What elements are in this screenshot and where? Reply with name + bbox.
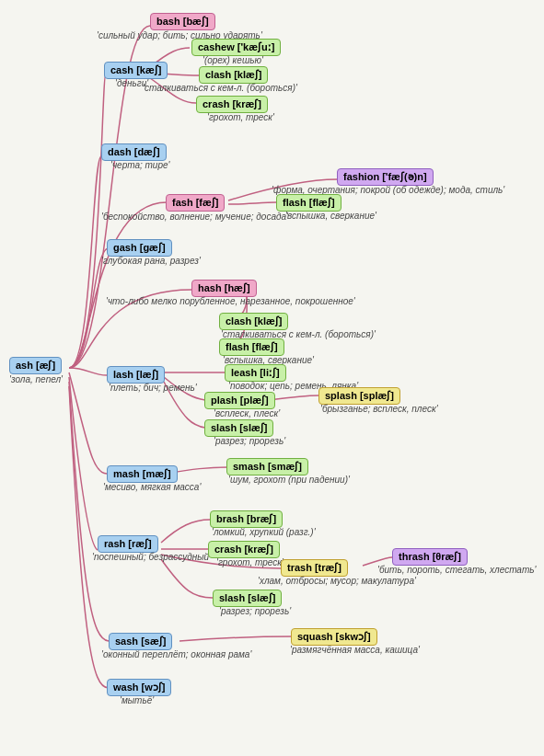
node-lash[interactable]: lash [læʃ] (107, 366, 165, 384)
def-cashew: '(орех) кешью' (203, 55, 263, 65)
node-thrash[interactable]: thrash [θræʃ] (392, 548, 468, 566)
node-mash[interactable]: mash [mæʃ] (107, 465, 178, 483)
def-smash: 'шум, грохот (при падении)' (228, 475, 350, 485)
sidebar-label: английскиеслова.рф (2, 717, 10, 756)
diagram-container: ash [æʃ] 'зола, пепел' bash [bæʃ] 'сильн… (0, 0, 544, 756)
node-squash[interactable]: squash [skwɔʃ] (291, 628, 377, 646)
node-dash[interactable]: dash [dæʃ] (101, 143, 167, 161)
node-clash2[interactable]: clash [klæʃ] (219, 313, 288, 330)
def-fash: 'беспокойство, волнение; мучение; досада… (101, 212, 288, 222)
node-slash2[interactable]: slash [slæʃ] (213, 590, 282, 607)
def-slash: 'разрез; прорезь' (214, 436, 285, 446)
node-cashew[interactable]: cashew ['kæʃuː] (191, 39, 281, 56)
node-sash[interactable]: sash [sæʃ] (109, 633, 172, 650)
node-fashion[interactable]: fashion ['fæʃ(ə)n] (337, 168, 434, 186)
node-wash[interactable]: wash [wɔʃ] (107, 679, 171, 696)
node-smash[interactable]: smash [smæʃ] (226, 458, 308, 475)
node-gash[interactable]: gash [gæʃ] (107, 239, 172, 257)
def-dash: 'черта; тире' (110, 160, 169, 170)
node-flash1[interactable]: flash [flæʃ] (276, 194, 341, 212)
def-lash: 'плеть; бич; ремень' (109, 383, 197, 393)
def-slash2: 'разрез; прорезь' (219, 606, 291, 616)
def-mash: 'месиво, мягкая масса' (103, 482, 201, 492)
def-sash: 'оконный переплёт; оконная рама' (101, 649, 251, 659)
node-ash[interactable]: ash [æʃ] (9, 357, 62, 374)
node-slash[interactable]: slash [slæʃ] (204, 419, 273, 437)
def-crash2: 'грохот, треск' (216, 557, 284, 567)
def-trash: 'хлам, отбросы; мусор; макулатура' (258, 576, 416, 586)
def-gash: 'глубокая рана, разрез' (101, 256, 201, 266)
def-hash: 'что-либо мелко порубленное, нарезанное,… (106, 296, 355, 306)
node-flash2[interactable]: flash [flæʃ] (219, 338, 284, 356)
node-crash1[interactable]: crash [kræʃ] (196, 96, 268, 113)
node-plash[interactable]: plash [plæʃ] (204, 392, 275, 409)
def-rash: 'поспешный; безрассудный' (92, 552, 211, 562)
node-rash[interactable]: rash [ræʃ] (98, 535, 158, 553)
node-leash[interactable]: leash [liːʃ] (225, 364, 286, 382)
def-brash: 'ломкий, хрупкий (разг.)' (212, 527, 316, 537)
def-flash1: 'вспышка, сверкание' (285, 211, 376, 221)
node-splash[interactable]: splash [splæʃ] (318, 387, 400, 405)
node-fash[interactable]: fash [fæʃ] (166, 194, 225, 212)
def-crash1: 'грохот, треск' (207, 112, 274, 122)
def-ash: 'зола, пепел' (9, 374, 63, 384)
node-clash1[interactable]: clash [klæʃ] (199, 66, 268, 84)
def-wash: 'мытьё' (120, 695, 154, 705)
node-trash[interactable]: trash [træʃ] (281, 559, 348, 577)
node-bash[interactable]: bash [bæʃ] (150, 13, 215, 30)
node-hash[interactable]: hash [hæʃ] (191, 280, 257, 297)
def-thrash: 'бить, пороть, стегать, хлестать' (377, 565, 536, 575)
node-brash[interactable]: brash [bræʃ] (210, 510, 283, 528)
def-squash: 'размягчённая масса, кашица' (290, 645, 420, 655)
def-splash: 'брызганье; всплеск, плеск' (320, 404, 438, 414)
node-crash2[interactable]: crash [kræʃ] (208, 541, 280, 558)
def-clash1: 'сталкиваться с кем-л. (бороться)' (143, 83, 297, 93)
node-cash[interactable]: cash [kæʃ] (104, 62, 168, 79)
def-plash: 'всплеск, плеск' (214, 408, 280, 418)
